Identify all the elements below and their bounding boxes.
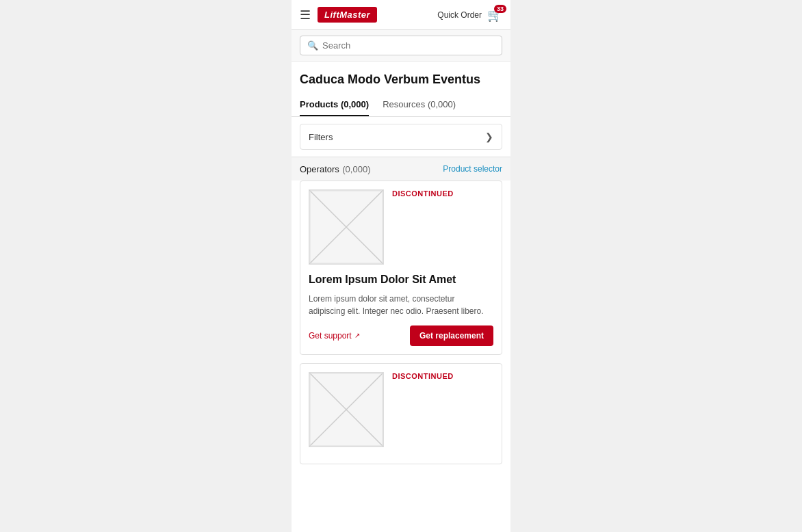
filters-label: Filters [309,132,333,142]
product-image-1 [309,189,384,265]
product-card-1-right: DISCONTINUED [392,189,454,198]
search-bar: 🔍 [292,30,510,62]
page-wrapper: ☰ LiftMaster Quick Order 🛒 33 🔍 Caduca M… [292,0,510,532]
operators-row: Operators (0,000) Product selector [292,157,510,181]
get-support-label-1: Get support [309,331,352,341]
product-image-2 [309,372,384,447]
product-card-1-inner: DISCONTINUED Lorem Ipsum Dolor Sit Amet … [300,181,502,354]
header: ☰ LiftMaster Quick Order 🛒 33 [292,0,510,30]
product-card-2-right: DISCONTINUED [392,372,454,380]
hamburger-icon[interactable]: ☰ [300,8,311,23]
get-replacement-button-1[interactable]: Get replacement [410,325,493,346]
product-selector-link[interactable]: Product selector [443,164,502,174]
logo-box[interactable]: LiftMaster [318,7,377,23]
product-card-1-top: DISCONTINUED [309,189,493,265]
quick-order-label: Quick Order [437,10,482,20]
page-title: Caduca Modo Verbum Eventus [292,62,510,94]
header-right: Quick Order 🛒 33 [437,8,502,23]
product-desc-1: Lorem ipsum dolor sit amet, consectetur … [309,293,493,317]
product-card-2-inner: DISCONTINUED [300,364,502,464]
chevron-right-icon: ❯ [485,131,493,142]
operators-label: Operators [300,164,339,174]
logo-text: LiftMaster [324,10,370,20]
product-badge-1: DISCONTINUED [392,189,454,198]
product-card-2-top: DISCONTINUED [309,372,493,447]
search-input-wrapper[interactable]: 🔍 [300,36,502,55]
external-link-icon-1: ↗ [354,332,360,339]
tabs: Products (0,000) Resources (0,000) [292,94,510,117]
header-left: ☰ LiftMaster [300,7,377,23]
product-actions-1: Get support ↗ Get replacement [309,325,493,346]
operators-info: Operators (0,000) [300,163,370,175]
product-card-1: DISCONTINUED Lorem Ipsum Dolor Sit Amet … [300,181,502,355]
operators-count: (0,000) [342,164,370,174]
search-input[interactable] [322,40,495,51]
tab-resources[interactable]: Resources (0,000) [383,94,456,116]
product-name-1: Lorem Ipsum Dolor Sit Amet [309,273,493,287]
cart-wrapper[interactable]: 🛒 33 [487,8,502,23]
filters-row[interactable]: Filters ❯ [300,124,502,150]
cart-badge: 33 [494,5,506,13]
product-card-2: DISCONTINUED [300,363,502,464]
product-badge-2: DISCONTINUED [392,372,454,380]
tab-products[interactable]: Products (0,000) [300,94,369,116]
get-support-link-1[interactable]: Get support ↗ [309,331,360,341]
search-icon: 🔍 [307,40,318,51]
